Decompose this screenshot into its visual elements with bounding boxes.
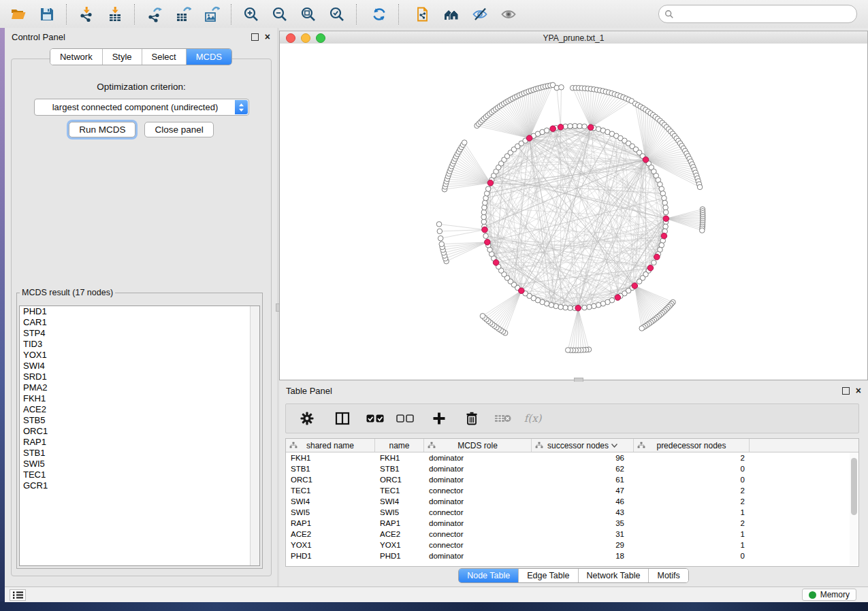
cell-name[interactable]: ACE2 — [375, 529, 424, 540]
cell-mcds_role[interactable]: connector — [424, 540, 532, 550]
cell-mcds_role[interactable]: dominator — [424, 518, 532, 529]
table-row[interactable]: FKH1FKH1dominator962 — [286, 452, 858, 463]
table-row[interactable]: YOX1YOX1connector291 — [286, 540, 858, 550]
tab-node-table[interactable]: Node Table — [459, 569, 519, 582]
column-header-predecessor-nodes[interactable]: predecessor nodes — [634, 439, 750, 452]
table-row[interactable]: ACE2ACE2connector311 — [286, 529, 858, 540]
mcds-result-item[interactable]: RAP1 — [20, 437, 259, 448]
cell-successor_nodes[interactable]: 61 — [532, 474, 634, 485]
mcds-result-item[interactable]: PHD1 — [20, 306, 259, 317]
mcds-result-item[interactable]: SWI4 — [20, 361, 259, 371]
cell-name[interactable]: YOX1 — [375, 540, 424, 550]
memory-button[interactable]: Memory — [802, 589, 856, 601]
close-panel-icon[interactable]: × — [265, 34, 270, 40]
cell-mcds_role[interactable]: dominator — [424, 452, 532, 463]
cell-successor_nodes[interactable]: 29 — [532, 540, 634, 550]
cell-predecessor_nodes[interactable]: 2 — [634, 452, 750, 463]
mcds-result-item[interactable]: STP4 — [20, 328, 259, 339]
export-image-button[interactable] — [199, 3, 225, 26]
cell-successor_nodes[interactable]: 31 — [532, 529, 634, 540]
mcds-result-item[interactable]: SRD1 — [20, 371, 259, 382]
cell-predecessor_nodes[interactable]: 0 — [634, 463, 750, 474]
hide-graphics-button[interactable] — [467, 3, 493, 26]
cell-name[interactable]: SWI5 — [375, 507, 424, 518]
cell-name[interactable]: SWI4 — [375, 496, 424, 507]
cell-predecessor_nodes[interactable]: 1 — [634, 529, 750, 540]
refresh-layout-button[interactable] — [366, 3, 392, 26]
table-settings-button[interactable] — [297, 408, 317, 429]
search-input[interactable] — [674, 7, 856, 22]
cell-name[interactable]: RAP1 — [375, 518, 424, 529]
close-panel-button[interactable]: Close panel — [144, 122, 213, 137]
zoom-fit-button[interactable] — [295, 3, 321, 26]
save-session-button[interactable] — [34, 3, 60, 26]
table-row[interactable]: PHD1PHD1dominator180 — [286, 550, 858, 561]
mcds-result-item[interactable]: SWI5 — [20, 459, 259, 469]
export-table-button[interactable] — [170, 3, 196, 26]
cell-mcds_role[interactable]: dominator — [424, 496, 532, 507]
table-row[interactable]: RAP1RAP1dominator352 — [286, 518, 858, 529]
cell-name[interactable]: FKH1 — [375, 452, 424, 463]
cell-shared_name[interactable]: FKH1 — [286, 452, 375, 463]
column-header-name[interactable]: name — [375, 439, 424, 452]
cell-successor_nodes[interactable]: 96 — [532, 452, 634, 463]
mcds-result-list[interactable]: PHD1CAR1STP4TID3YOX1SWI4SRD1PMA2FKH1ACE2… — [19, 306, 260, 566]
network-window-titlebar[interactable]: YPA_prune.txt_1 — [279, 31, 868, 45]
cell-predecessor_nodes[interactable]: 2 — [634, 485, 750, 496]
cell-successor_nodes[interactable]: 43 — [532, 507, 634, 518]
run-mcds-button[interactable]: Run MCDS — [69, 122, 135, 137]
cell-predecessor_nodes[interactable]: 1 — [634, 540, 750, 550]
cell-name[interactable]: ORC1 — [375, 474, 424, 485]
cell-predecessor_nodes[interactable]: 0 — [634, 550, 750, 561]
cell-shared_name[interactable]: PHD1 — [286, 550, 375, 561]
import-table-button[interactable] — [102, 3, 128, 26]
mcds-result-item[interactable]: GCR1 — [20, 480, 259, 491]
mcds-result-item[interactable]: CAR1 — [20, 317, 259, 328]
tab-select[interactable]: Select — [142, 49, 187, 65]
mcds-result-item[interactable]: YOX1 — [20, 350, 259, 361]
cell-shared_name[interactable]: TEC1 — [286, 485, 375, 496]
first-neighbors-button[interactable] — [438, 3, 464, 26]
cell-name[interactable]: TEC1 — [375, 485, 424, 496]
table-row[interactable]: STB1STB1dominator620 — [286, 463, 858, 474]
status-menu-button[interactable] — [10, 589, 26, 601]
zoom-selected-button[interactable] — [324, 3, 350, 26]
cell-predecessor_nodes[interactable]: 2 — [634, 496, 750, 507]
cell-shared_name[interactable]: SWI4 — [286, 496, 375, 507]
delete-rows-button[interactable] — [462, 408, 482, 429]
optimization-select[interactable]: largest connected component (undirected) — [34, 99, 249, 116]
zoom-in-button[interactable] — [238, 3, 264, 26]
table-scrollbar-thumb[interactable] — [851, 458, 857, 515]
mcds-result-item[interactable]: STB5 — [20, 415, 259, 426]
add-row-button[interactable] — [429, 408, 449, 429]
share-document-button[interactable] — [410, 3, 436, 26]
show-columns-button[interactable] — [332, 408, 353, 429]
table-row[interactable]: TEC1TEC1connector472 — [286, 485, 858, 496]
mcds-result-item[interactable]: STB1 — [20, 448, 259, 459]
tab-motifs[interactable]: Motifs — [649, 569, 688, 582]
cell-name[interactable]: PHD1 — [375, 550, 424, 561]
tab-edge-table[interactable]: Edge Table — [519, 569, 578, 582]
close-panel-icon[interactable]: × — [856, 388, 861, 394]
import-network-button[interactable] — [74, 3, 99, 26]
cell-successor_nodes[interactable]: 46 — [532, 496, 634, 507]
column-header-MCDS-role[interactable]: MCDS role — [424, 439, 532, 452]
cell-mcds_role[interactable]: dominator — [424, 463, 532, 474]
mcds-result-item[interactable]: TEC1 — [20, 469, 259, 480]
mcds-result-item[interactable]: ACE2 — [20, 404, 259, 415]
cell-successor_nodes[interactable]: 35 — [532, 518, 634, 529]
mcds-result-item[interactable]: PMA2 — [20, 382, 259, 393]
cell-mcds_role[interactable]: connector — [424, 507, 532, 518]
cell-mcds_role[interactable]: dominator — [424, 550, 532, 561]
cell-successor_nodes[interactable]: 47 — [532, 485, 634, 496]
mcds-result-item[interactable]: FKH1 — [20, 393, 259, 404]
table-row[interactable]: ORC1ORC1dominator610 — [286, 474, 858, 485]
export-network-button[interactable] — [142, 3, 167, 26]
column-header-successor-nodes[interactable]: successor nodes — [532, 439, 634, 452]
cell-shared_name[interactable]: SWI5 — [286, 507, 375, 518]
cell-successor_nodes[interactable]: 18 — [532, 550, 634, 561]
cell-shared_name[interactable]: ORC1 — [286, 474, 375, 485]
cell-shared_name[interactable]: RAP1 — [286, 518, 375, 529]
cell-shared_name[interactable]: ACE2 — [286, 529, 375, 540]
tab-style[interactable]: Style — [103, 49, 142, 65]
